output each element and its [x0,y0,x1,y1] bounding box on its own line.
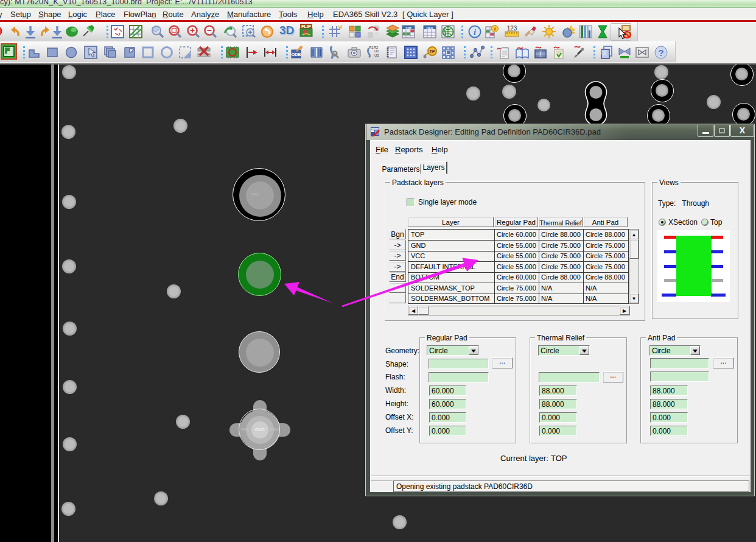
svg-text:i: i [474,27,476,37]
svg-text:CM: CM [405,26,411,30]
svg-text:TP: TP [430,49,435,54]
svg-text:?: ? [658,48,663,58]
svg-text:123: 123 [507,25,517,32]
svg-text:DFA: DFA [427,26,433,30]
svg-text:ODB: ODB [292,52,301,57]
svg-text:U2: U2 [374,54,379,57]
svg-text:U1: U1 [374,49,379,53]
